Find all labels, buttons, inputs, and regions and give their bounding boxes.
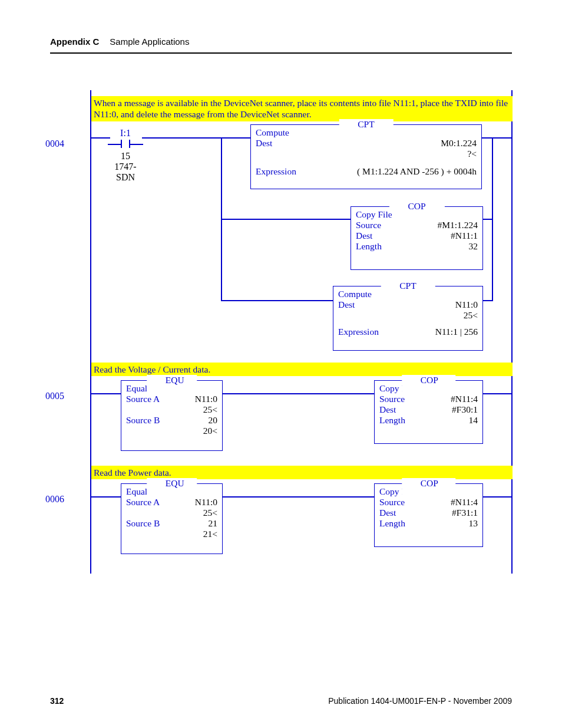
value: M0:1.224 bbox=[441, 138, 477, 149]
value: N11:0 bbox=[195, 497, 217, 508]
cpt-instruction: CPT Compute Dest M0:1.224 ?< Expression … bbox=[250, 124, 482, 189]
value: #F30:1 bbox=[452, 404, 478, 415]
label: Dest bbox=[256, 138, 272, 149]
instruction-mnemonic: COP bbox=[389, 201, 444, 212]
label: Source bbox=[379, 497, 405, 508]
value: 21 bbox=[209, 518, 218, 529]
label: Expression bbox=[338, 327, 379, 337]
chapter-title: Sample Applications bbox=[110, 37, 189, 47]
label: Dest bbox=[379, 404, 396, 415]
header-rule bbox=[50, 52, 512, 54]
contact-bit: 15 bbox=[108, 151, 143, 162]
wire bbox=[223, 496, 374, 498]
right-power-rail bbox=[511, 90, 513, 574]
value: ( M1:1.224 AND -256 ) + 0004h bbox=[357, 166, 477, 177]
label: Length bbox=[356, 241, 382, 252]
xic-contact: I:1 15 1747-SDN bbox=[108, 128, 143, 183]
instruction-mnemonic: COP bbox=[402, 375, 456, 396]
value: 20< bbox=[126, 426, 217, 436]
label: Source bbox=[356, 220, 381, 230]
value: #F31:1 bbox=[452, 508, 478, 518]
wire bbox=[90, 137, 110, 139]
value: 25< bbox=[126, 404, 217, 415]
running-head: Appendix C Sample Applications bbox=[50, 37, 512, 47]
value: N11:0 bbox=[195, 394, 217, 404]
contact-tag: I:1 bbox=[108, 128, 143, 139]
value: #N11:1 bbox=[451, 230, 478, 241]
wire bbox=[90, 496, 121, 498]
page-footer: 312 Publication 1404-UM001F-EN-P - Novem… bbox=[50, 696, 512, 706]
wire bbox=[482, 137, 513, 139]
publication-info: Publication 1404-UM001F-EN-P - November … bbox=[328, 696, 512, 706]
rung-comment: Read the Power data. bbox=[91, 466, 513, 479]
label: Dest bbox=[356, 230, 372, 241]
wire bbox=[482, 300, 493, 301]
rung-number: 0006 bbox=[45, 494, 64, 505]
left-power-rail bbox=[90, 90, 91, 574]
value: 14 bbox=[469, 415, 478, 426]
cpt-instruction: CPT Compute DestN11:0 25< ExpressionN11:… bbox=[333, 286, 483, 351]
appendix-label: Appendix C bbox=[50, 37, 99, 47]
value: 32 bbox=[469, 241, 478, 252]
wire bbox=[482, 219, 493, 220]
wire bbox=[221, 219, 351, 220]
instruction-mnemonic: EQU bbox=[147, 478, 197, 499]
value: 25< bbox=[338, 310, 478, 321]
label: Length bbox=[379, 518, 405, 529]
value: 20 bbox=[209, 415, 218, 426]
wire bbox=[90, 393, 121, 394]
contact-symbol bbox=[108, 139, 143, 150]
rung-comment: When a message is available in the Devic… bbox=[91, 96, 513, 121]
cop-instruction: COP Copy File Source#N11:4 Dest#F30:1 Le… bbox=[374, 380, 483, 444]
wire bbox=[221, 300, 333, 301]
value: N11:1 | 256 bbox=[435, 327, 478, 337]
value: 13 bbox=[469, 518, 478, 529]
instruction-mnemonic: CPT bbox=[339, 119, 393, 130]
equ-instruction: EQU Equal Source AN11:0 25< Source B21 2… bbox=[121, 483, 223, 554]
label: Source bbox=[379, 394, 405, 404]
value: N11:0 bbox=[455, 299, 478, 310]
wire bbox=[223, 393, 374, 394]
rung-number: 0005 bbox=[45, 391, 64, 401]
cop-instruction: COP Copy File Source#N11:4 Dest#F31:1 Le… bbox=[374, 483, 483, 547]
value: 25< bbox=[126, 508, 217, 518]
wire bbox=[483, 393, 513, 394]
label: Source B bbox=[126, 415, 160, 426]
value: 21< bbox=[126, 529, 217, 539]
wire bbox=[483, 496, 513, 498]
instruction-mnemonic: CPT bbox=[381, 281, 435, 291]
contact-slot: 1747-SDN bbox=[108, 162, 143, 183]
page-number: 312 bbox=[50, 696, 64, 706]
label: Dest bbox=[338, 299, 355, 310]
wire bbox=[142, 137, 250, 139]
rung-comment: Read the Voltage / Current data. bbox=[91, 363, 513, 376]
label: Expression bbox=[256, 166, 296, 177]
instruction-mnemonic: COP bbox=[402, 478, 456, 499]
cop-instruction: COP Copy File Source#M1:1.224 Dest#N11:1… bbox=[351, 206, 483, 270]
label: Dest bbox=[379, 508, 396, 518]
ladder-diagram: When a message is available in the Devic… bbox=[74, 90, 513, 574]
label: Length bbox=[379, 415, 405, 426]
value: #M1:1.224 bbox=[438, 220, 478, 230]
instruction-mnemonic: EQU bbox=[147, 375, 197, 396]
rung-number: 0004 bbox=[45, 139, 64, 149]
label: Source B bbox=[126, 518, 160, 529]
equ-instruction: EQU Equal Source AN11:0 25< Source B20 2… bbox=[121, 380, 223, 451]
page: Appendix C Sample Applications When a me… bbox=[0, 0, 562, 728]
value: ?< bbox=[256, 149, 477, 159]
